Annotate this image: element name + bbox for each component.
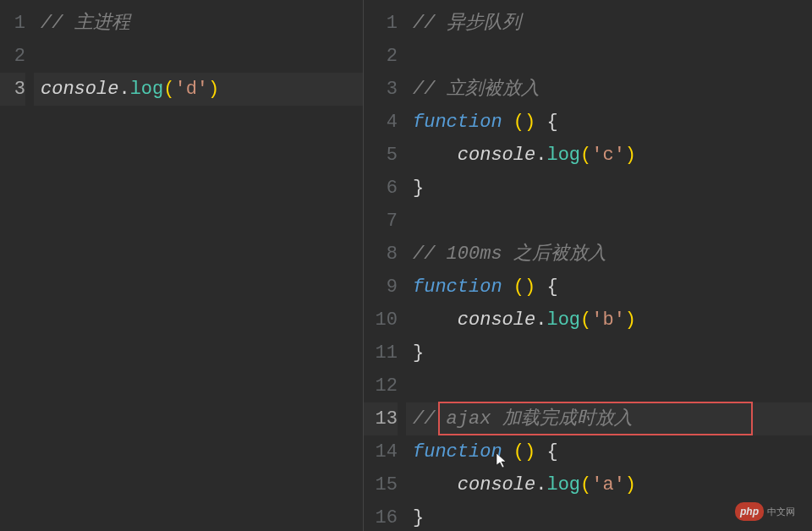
code-line[interactable]: } bbox=[406, 172, 812, 205]
code-line[interactable]: // 主进程 bbox=[34, 7, 363, 40]
token-dot: . bbox=[535, 474, 546, 495]
token-string: 'b' bbox=[591, 309, 625, 331]
token-ident bbox=[535, 276, 546, 298]
code-area-right[interactable]: // 异步队列// 立刻被放入function () { console.log… bbox=[406, 0, 812, 531]
token-paren: ) bbox=[208, 79, 219, 100]
line-number: 1 bbox=[0, 7, 25, 40]
token-method: log bbox=[546, 474, 580, 495]
token-ident bbox=[535, 112, 546, 133]
code-line[interactable]: console.log('a') bbox=[406, 468, 812, 501]
token-ident bbox=[413, 474, 458, 495]
line-number: 8 bbox=[364, 238, 398, 271]
watermark-text: 中文网 bbox=[767, 506, 795, 518]
token-ident: console bbox=[458, 309, 535, 331]
token-comment: 异步队列 bbox=[447, 13, 521, 34]
line-number: 2 bbox=[0, 40, 25, 73]
token-paren: ( bbox=[580, 474, 591, 495]
line-number: 16 bbox=[364, 501, 398, 531]
token-paren: ) bbox=[625, 309, 636, 331]
line-number: 13 bbox=[364, 402, 398, 435]
code-line[interactable]: console.log('b') bbox=[406, 304, 812, 337]
line-number: 2 bbox=[364, 40, 398, 73]
code-line[interactable]: function () { bbox=[406, 271, 812, 304]
token-string: 'c' bbox=[591, 145, 625, 166]
code-line[interactable]: // 异步队列 bbox=[406, 7, 812, 40]
gutter-right: 12345678910111213141516 bbox=[364, 0, 406, 531]
code-line[interactable] bbox=[406, 370, 812, 402]
token-punct: { bbox=[546, 276, 557, 298]
editor-container: 123 // 主进程console.log('d') 1234567891011… bbox=[0, 0, 812, 531]
code-line[interactable] bbox=[406, 40, 812, 73]
token-keyword: function bbox=[413, 276, 502, 298]
token-paren: ( bbox=[580, 309, 591, 331]
line-number: 3 bbox=[364, 73, 398, 106]
token-comment: // bbox=[413, 408, 447, 430]
token-paren: () bbox=[513, 112, 535, 133]
token-ident bbox=[413, 145, 458, 166]
token-method: log bbox=[546, 309, 580, 331]
token-keyword: function bbox=[413, 112, 502, 133]
token-ident: console bbox=[41, 79, 118, 100]
code-line[interactable]: function () { bbox=[406, 106, 812, 139]
token-ident bbox=[413, 309, 458, 331]
line-number: 9 bbox=[364, 271, 398, 304]
token-paren: ( bbox=[580, 145, 591, 166]
token-ident bbox=[535, 441, 546, 463]
line-number: 5 bbox=[364, 139, 398, 172]
token-ident: console bbox=[458, 474, 535, 495]
token-ident bbox=[502, 112, 513, 133]
token-punct: } bbox=[413, 342, 424, 364]
token-paren: () bbox=[513, 276, 535, 298]
token-string: 'a' bbox=[591, 474, 625, 495]
token-comment: 立刻被放入 bbox=[447, 79, 540, 100]
line-number: 12 bbox=[364, 370, 398, 402]
token-paren: () bbox=[513, 441, 535, 463]
code-line[interactable]: } bbox=[406, 337, 812, 370]
code-line[interactable] bbox=[406, 205, 812, 238]
code-area-left[interactable]: // 主进程console.log('d') bbox=[34, 0, 363, 531]
token-ident bbox=[502, 441, 513, 463]
token-dot: . bbox=[118, 79, 129, 100]
token-dot: . bbox=[535, 145, 546, 166]
line-number: 7 bbox=[364, 205, 398, 238]
token-method: log bbox=[546, 145, 580, 166]
line-number: 1 bbox=[364, 7, 398, 40]
token-comment: ajax 加载完成时放入 bbox=[447, 408, 633, 430]
token-comment: // bbox=[413, 79, 447, 100]
line-number: 6 bbox=[364, 172, 398, 205]
code-line[interactable]: console.log('c') bbox=[406, 139, 812, 172]
token-punct: { bbox=[546, 112, 557, 133]
token-ident: console bbox=[458, 145, 535, 166]
token-paren: ) bbox=[625, 145, 636, 166]
token-comment: // bbox=[413, 13, 447, 34]
token-comment: 100ms 之后被放入 bbox=[447, 244, 606, 265]
token-dot: . bbox=[535, 309, 546, 331]
line-number: 14 bbox=[364, 435, 398, 468]
token-paren: ( bbox=[163, 79, 174, 100]
code-line[interactable]: console.log('d') bbox=[34, 73, 363, 106]
token-paren: ) bbox=[625, 474, 636, 495]
line-number: 3 bbox=[0, 73, 25, 106]
code-line[interactable]: // 100ms 之后被放入 bbox=[406, 238, 812, 271]
code-line[interactable] bbox=[34, 40, 363, 73]
gutter-left: 123 bbox=[0, 0, 34, 531]
editor-pane-right: 12345678910111213141516 // 异步队列// 立刻被放入f… bbox=[364, 0, 812, 531]
token-keyword: function bbox=[413, 441, 502, 463]
token-comment: // bbox=[413, 244, 447, 265]
token-comment: // bbox=[41, 13, 74, 34]
token-comment: 主进程 bbox=[74, 13, 130, 34]
token-string: 'd' bbox=[174, 79, 208, 100]
token-method: log bbox=[130, 79, 164, 100]
code-line[interactable]: // ajax 加载完成时放入 bbox=[406, 402, 812, 435]
watermark-logo: php bbox=[735, 502, 764, 521]
token-punct: } bbox=[413, 178, 424, 199]
token-ident bbox=[502, 276, 513, 298]
line-number: 11 bbox=[364, 337, 398, 370]
editor-pane-left: 123 // 主进程console.log('d') bbox=[0, 0, 364, 531]
code-line[interactable]: // 立刻被放入 bbox=[406, 73, 812, 106]
token-punct: } bbox=[413, 507, 424, 528]
token-punct: { bbox=[546, 441, 557, 463]
line-number: 4 bbox=[364, 106, 398, 139]
code-line[interactable]: function () { bbox=[406, 435, 812, 468]
line-number: 10 bbox=[364, 304, 398, 337]
